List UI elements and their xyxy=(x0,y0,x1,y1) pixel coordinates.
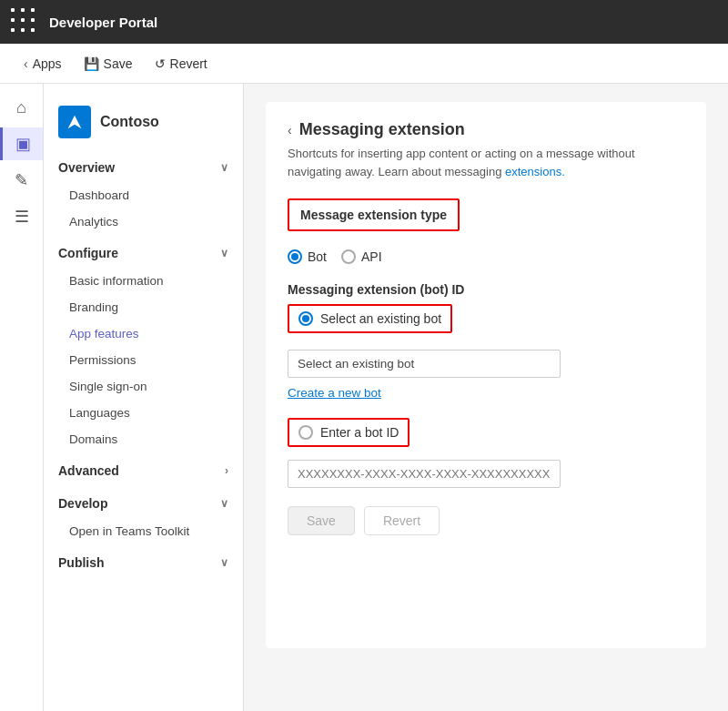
save-button-top[interactable]: 💾 Save xyxy=(75,51,142,76)
app-name: Contoso xyxy=(100,114,159,130)
page-title: Messaging extension xyxy=(299,120,465,139)
revert-button[interactable]: Revert xyxy=(364,506,440,535)
apps-nav-button[interactable]: ▣ xyxy=(0,127,43,160)
revert-label: Revert xyxy=(170,56,207,71)
nav-domains[interactable]: Domains xyxy=(44,426,243,452)
dropdown-placeholder: Select an existing bot xyxy=(298,357,414,371)
action-row: Save Revert xyxy=(288,506,684,535)
save-label: Save xyxy=(104,56,133,71)
extensions-link[interactable]: extensions. xyxy=(505,165,565,178)
app-icon xyxy=(58,106,91,138)
back-icon: ‹ xyxy=(24,56,28,71)
apps-label: Apps xyxy=(33,56,62,71)
advanced-header[interactable]: Advanced › xyxy=(44,456,243,485)
message-extension-type-box: Message extension type xyxy=(288,198,460,231)
page-back-icon[interactable]: ‹ xyxy=(288,123,292,137)
nav-languages[interactable]: Languages xyxy=(44,400,243,426)
advanced-chevron: › xyxy=(225,464,228,477)
select-existing-bot-outlined-row: Select an existing bot xyxy=(288,304,452,333)
nav-section-configure: Configure ∨ Basic information Branding A… xyxy=(44,239,243,452)
publish-header[interactable]: Publish ∨ xyxy=(44,548,243,577)
content-card: ‹ Messaging extension Shortcuts for inse… xyxy=(266,102,706,648)
nav-dashboard[interactable]: Dashboard xyxy=(44,182,243,208)
back-to-apps-button[interactable]: ‹ Apps xyxy=(15,51,71,76)
nav-section-develop: Develop ∨ Open in Teams Toolkit xyxy=(44,489,243,544)
select-existing-bot-label: Select an existing bot xyxy=(320,311,441,326)
nav-analytics[interactable]: Analytics xyxy=(44,208,243,235)
bot-id-section: Messaging extension (bot) ID Select an e… xyxy=(288,282,684,488)
app-header: Contoso xyxy=(44,98,243,153)
api-radio-button[interactable] xyxy=(341,249,356,264)
api-radio-label: API xyxy=(361,249,382,264)
enter-bot-id-radio[interactable] xyxy=(298,425,313,440)
bot-radio-option[interactable]: Bot xyxy=(288,249,327,264)
bot-id-input[interactable] xyxy=(288,460,561,488)
extension-type-radio-group: Bot API xyxy=(288,249,684,264)
home-icon: ⌂ xyxy=(16,98,26,117)
main-layout: ⌂ ▣ ✎ ☰ Contoso Overview ∨ Dashboard Ana… xyxy=(0,84,728,711)
icon-sidebar: ⌂ ▣ ✎ ☰ xyxy=(0,84,44,711)
nav-section-advanced: Advanced › xyxy=(44,456,243,485)
overview-header[interactable]: Overview ∨ xyxy=(44,153,243,182)
revert-icon: ↺ xyxy=(155,56,166,71)
nav-section-overview: Overview ∨ Dashboard Analytics xyxy=(44,153,243,235)
configure-chevron: ∨ xyxy=(220,247,228,259)
home-nav-button[interactable]: ⌂ xyxy=(5,91,38,124)
nav-permissions[interactable]: Permissions xyxy=(44,347,243,373)
existing-bot-dropdown[interactable]: Select an existing bot xyxy=(288,350,561,378)
overview-chevron: ∨ xyxy=(220,161,228,174)
logo-shape xyxy=(68,116,82,129)
topbar: Developer Portal xyxy=(0,0,728,44)
advanced-label: Advanced xyxy=(58,463,119,478)
save-icon: 💾 xyxy=(84,56,99,71)
select-existing-bot-radio[interactable] xyxy=(298,311,313,326)
bot-radio-button[interactable] xyxy=(288,249,302,264)
bot-radio-label: Bot xyxy=(308,249,327,264)
nav-teams-toolkit[interactable]: Open in Teams Toolkit xyxy=(44,518,243,544)
overview-label: Overview xyxy=(58,160,115,175)
develop-label: Develop xyxy=(58,496,107,511)
nav-section-publish: Publish ∨ xyxy=(44,548,243,577)
publish-label: Publish xyxy=(58,555,105,570)
message-extension-type-section: Message extension type Bot API xyxy=(288,198,684,264)
bot-id-section-label: Messaging extension (bot) ID xyxy=(288,282,684,297)
message-extension-type-label: Message extension type xyxy=(300,208,447,222)
nav-panel: Contoso Overview ∨ Dashboard Analytics C… xyxy=(44,84,244,711)
create-new-bot-link[interactable]: Create a new bot xyxy=(288,386,381,400)
nav-sso[interactable]: Single sign-on xyxy=(44,373,243,400)
list-icon: ☰ xyxy=(15,207,29,227)
develop-header[interactable]: Develop ∨ xyxy=(44,489,243,518)
revert-button-top[interactable]: ↺ Revert xyxy=(146,51,217,76)
secondary-bar: ‹ Apps 💾 Save ↺ Revert xyxy=(0,44,728,84)
app-launcher-icon[interactable] xyxy=(11,8,38,36)
api-radio-option[interactable]: API xyxy=(341,249,382,264)
configure-label: Configure xyxy=(58,246,118,260)
edit-nav-button[interactable]: ✎ xyxy=(5,164,38,197)
enter-bot-id-outlined-row: Enter a bot ID xyxy=(288,418,410,447)
list-nav-button[interactable]: ☰ xyxy=(5,200,38,233)
topbar-title: Developer Portal xyxy=(49,15,157,30)
enter-bot-id-label: Enter a bot ID xyxy=(320,425,399,440)
nav-app-features[interactable]: App features xyxy=(44,320,243,347)
apps-icon: ▣ xyxy=(15,134,31,154)
page-header: ‹ Messaging extension xyxy=(288,120,684,139)
nav-basic-info[interactable]: Basic information xyxy=(44,268,243,294)
nav-branding[interactable]: Branding xyxy=(44,294,243,320)
develop-chevron: ∨ xyxy=(220,497,228,510)
publish-chevron: ∨ xyxy=(220,556,228,569)
content-area: ‹ Messaging extension Shortcuts for inse… xyxy=(244,84,728,711)
page-description: Shortcuts for inserting app content or a… xyxy=(288,145,684,180)
edit-icon: ✎ xyxy=(15,170,28,190)
configure-header[interactable]: Configure ∨ xyxy=(44,239,243,268)
save-button[interactable]: Save xyxy=(288,506,355,535)
